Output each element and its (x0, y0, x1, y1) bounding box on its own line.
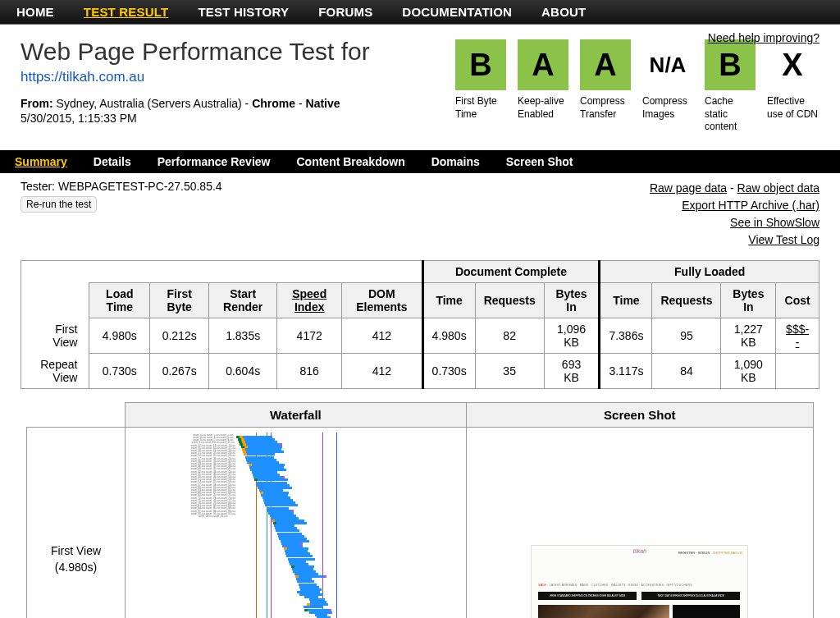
test-timestamp: 5/30/2015, 1:15:33 PM (21, 112, 370, 125)
cell-cost[interactable]: $$$-- (776, 318, 819, 353)
tab-performance-review[interactable]: Performance Review (158, 155, 271, 168)
showslow-link[interactable]: See in ShowSlow (730, 216, 819, 229)
col-speed-index[interactable]: Speed Index (277, 282, 342, 318)
grade-cache-static[interactable]: B Cache static content (705, 39, 757, 134)
cell-speed-index: 816 (277, 353, 342, 388)
tester-id: Tester: WEBPAGETEST-PC-27.50.85.4 (21, 180, 222, 193)
grade-compress-transfer[interactable]: A Compress Transfer (580, 39, 632, 134)
cell-cost (776, 353, 819, 388)
col-screenshot: Screen Shot (466, 402, 813, 427)
cell-fl-bytes: 1,090 KB (721, 353, 776, 388)
nav-about[interactable]: ABOUT (541, 5, 586, 19)
from-browser: Chrome (252, 97, 295, 110)
rerun-button[interactable]: Re-run the test (21, 196, 97, 213)
first-view-label-cell: First View(4.980s) (27, 427, 126, 618)
grade-letter: B (705, 39, 756, 90)
promo-bar-1: FREE STANDARD SHIPPING ON ORDERS OVER $9… (538, 592, 637, 600)
raw-page-data-link[interactable]: Raw page data (650, 181, 727, 195)
row-label: First View (21, 318, 89, 353)
from-location: Sydney, Australia (Servers Australia) - (57, 97, 253, 110)
cell-fl-requests: 84 (652, 353, 721, 388)
metrics-row-first-view: First View 4.980s 0.212s 1.835s 4172 412… (21, 318, 819, 353)
cell-dc-bytes: 693 KB (544, 353, 600, 388)
grade-keep-alive[interactable]: A Keep-alive Enabled (518, 39, 570, 134)
from-connectivity: Native (306, 97, 340, 110)
raw-object-data-link[interactable]: Raw object data (737, 181, 819, 195)
waterfall-cell[interactable]: asset_0.css asset_1.css asset_2.css asse… (126, 427, 467, 618)
nav-test-history[interactable]: TEST HISTORY (198, 5, 289, 19)
tested-url[interactable]: https://tilkah.com.au (21, 69, 144, 85)
tab-details[interactable]: Details (94, 155, 131, 168)
cell-speed-index: 4172 (277, 318, 342, 353)
nav-test-result[interactable]: TEST RESULT (84, 5, 169, 19)
waterfall-screenshot-table: Waterfall Screen Shot First View(4.980s)… (26, 402, 814, 618)
export-har-link[interactable]: Export HTTP Archive (.har) (682, 199, 819, 212)
grade-label: Compress Transfer (580, 95, 632, 121)
site-logo: tilkah (633, 548, 646, 554)
col-fl-bytes: Bytes In (721, 282, 776, 318)
cell-fl-requests: 95 (652, 318, 721, 353)
col-group-doc-complete: Document Complete (422, 260, 600, 282)
cell-dc-requests: 35 (475, 353, 544, 388)
col-fl-requests: Requests (652, 282, 721, 318)
cell-start-render: 1.835s (209, 318, 277, 353)
cell-dom-elements: 412 (342, 318, 423, 353)
grade-letter: A (580, 39, 631, 90)
cell-fl-time: 3.117s (600, 353, 652, 388)
col-dc-bytes: Bytes In (544, 282, 600, 318)
cell-dom-elements: 412 (342, 353, 423, 388)
help-improving-link[interactable]: Need help improving? (708, 31, 819, 44)
grade-compress-images[interactable]: N/A Compress Images (642, 39, 695, 134)
grade-label: Keep-alive Enabled (518, 95, 570, 121)
col-dc-time: Time (422, 282, 475, 318)
metrics-table: Document Complete Fully Loaded Load Time… (21, 260, 819, 389)
cell-first-byte: 0.267s (150, 353, 209, 388)
grade-strip: B First Byte Time A Keep-alive Enabled A… (455, 39, 819, 134)
cell-load-time: 0.730s (89, 353, 150, 388)
grade-cdn[interactable]: X Effective use of CDN (767, 39, 819, 134)
row-label: Repeat View (21, 353, 89, 388)
col-fl-time: Time (600, 282, 652, 318)
col-start-render: Start Render (209, 282, 277, 318)
from-label: From: (21, 97, 53, 110)
grade-label: Cache static content (705, 95, 757, 134)
promo-bar-2: NEXT DAY EXPRESS SHIPPING $14.95 AUSTRAL… (641, 592, 740, 600)
nav-documentation[interactable]: DOCUMENTATION (402, 5, 512, 19)
tab-domains[interactable]: Domains (431, 155, 480, 168)
sep: - (295, 97, 305, 110)
screenshot-thumbnail[interactable]: tilkah REGISTER · SIGN IN SHOPPING BAG (… (531, 545, 748, 618)
col-first-byte: First Byte (150, 282, 209, 318)
view-test-log-link[interactable]: View Test Log (748, 233, 819, 246)
cell-dc-time: 0.730s (422, 353, 475, 388)
tab-screenshot[interactable]: Screen Shot (506, 155, 573, 168)
screenshot-cell[interactable]: tilkah REGISTER · SIGN IN SHOPPING BAG (… (466, 427, 813, 618)
cell-fl-bytes: 1,227 KB (721, 318, 776, 353)
from-line: From: Sydney, Australia (Servers Austral… (21, 97, 370, 110)
grade-label: Compress Images (642, 95, 695, 121)
grade-label: Effective use of CDN (767, 95, 819, 121)
grade-first-byte[interactable]: B First Byte Time (455, 39, 508, 134)
hero-photo (538, 605, 669, 618)
col-cost: Cost (776, 282, 819, 318)
cell-dc-time: 4.980s (422, 318, 475, 353)
col-dc-requests: Requests (475, 282, 544, 318)
sub-nav: Summary Details Performance Review Conte… (0, 150, 840, 173)
export-links: Raw page data - Raw object data Export H… (650, 180, 819, 249)
nav-forums[interactable]: FORUMS (318, 5, 372, 19)
site-topbar: REGISTER · SIGN IN SHOPPING BAG (0) (678, 551, 743, 555)
grade-letter: B (455, 39, 506, 90)
cell-dc-requests: 82 (475, 318, 544, 353)
cell-load-time: 4.980s (89, 318, 150, 353)
tab-content-breakdown[interactable]: Content Breakdown (296, 155, 404, 168)
tab-summary[interactable]: Summary (15, 155, 67, 168)
col-waterfall: Waterfall (126, 402, 467, 427)
waterfall-chart[interactable]: asset_0.css asset_1.css asset_2.css asse… (189, 433, 402, 618)
nav-home[interactable]: HOME (16, 5, 54, 19)
first-view-time: (4.980s) (55, 561, 97, 574)
top-nav: HOME TEST RESULT TEST HISTORY FORUMS DOC… (0, 0, 840, 25)
first-view-name: First View (51, 544, 101, 557)
page-title: Web Page Performance Test for (21, 38, 370, 66)
metrics-row-repeat-view: Repeat View 0.730s 0.267s 0.604s 816 412… (21, 353, 819, 388)
grade-label: First Byte Time (455, 95, 508, 121)
cell-first-byte: 0.212s (150, 318, 209, 353)
